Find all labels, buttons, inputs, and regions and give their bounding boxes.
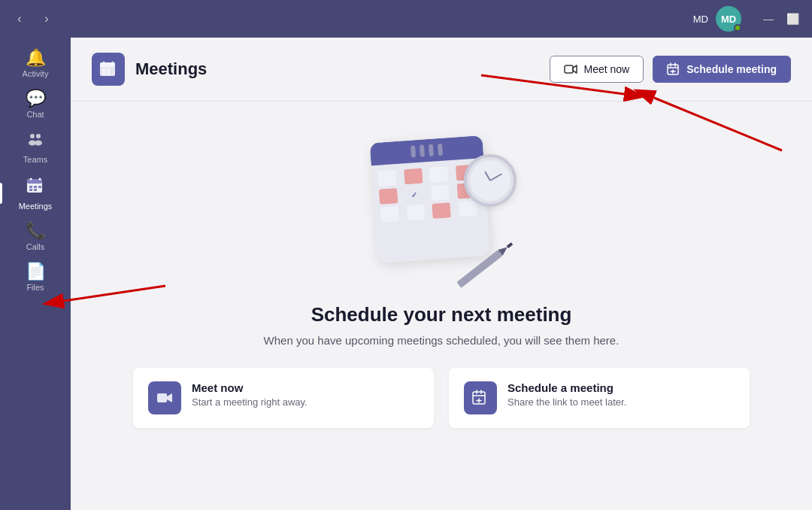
svg-point-16 (112, 62, 114, 64)
svg-rect-8 (29, 186, 32, 188)
svg-point-0 (30, 134, 35, 138)
camera-icon (564, 62, 577, 76)
sidebar-item-teams[interactable]: Teams (0, 125, 71, 170)
forward-button[interactable]: › (36, 8, 57, 29)
teams-icon (26, 131, 44, 152)
svg-point-6 (30, 178, 32, 181)
content-area: Meetings Meet now (71, 38, 812, 510)
sidebar-item-activity-label: Activity (23, 69, 49, 78)
sidebar-item-meetings[interactable]: Meetings (0, 170, 71, 217)
schedule-card-icon (464, 381, 497, 414)
svg-rect-19 (102, 72, 105, 74)
meet-now-label: Meet now (583, 63, 629, 75)
calendar-illustration: ✓ (359, 132, 524, 282)
meetings-icon (26, 176, 45, 199)
calendar-add-icon (667, 62, 680, 76)
header-actions: Meet now Schedule meeting (550, 56, 791, 83)
sidebar-item-calls[interactable]: 📞 Calls (0, 217, 71, 257)
svg-rect-10 (29, 189, 32, 191)
svg-rect-18 (107, 69, 110, 71)
sidebar-item-chat-label: Chat (26, 110, 44, 119)
sidebar: 🔔 Activity 💬 Chat Teams (0, 38, 71, 510)
meet-now-card-title: Meet now (192, 381, 308, 394)
nav-buttons: ‹ › (9, 8, 57, 29)
sidebar-item-teams-label: Teams (23, 155, 47, 164)
back-button[interactable]: ‹ (9, 8, 30, 29)
svg-point-15 (103, 62, 105, 64)
clock-graphic (464, 154, 517, 207)
app-body: 🔔 Activity 💬 Chat Teams (0, 38, 812, 510)
svg-rect-20 (107, 72, 110, 74)
svg-rect-30 (507, 242, 514, 248)
user-name-label: MD (693, 14, 708, 25)
schedule-card-text: Schedule a meeting Share the link to mee… (508, 381, 626, 408)
main-content: ✓ (71, 102, 812, 510)
schedule-card-desc: Share the link to meet later. (508, 396, 626, 408)
schedule-meeting-button[interactable]: Schedule meeting (653, 56, 791, 83)
sidebar-item-files[interactable]: 📄 Files (0, 257, 71, 298)
calls-icon: 📞 (26, 223, 46, 239)
svg-rect-12 (38, 186, 41, 188)
svg-rect-9 (34, 186, 37, 188)
avatar-initials: MD (721, 14, 736, 25)
titlebar: ‹ › MD MD — ⬜ (0, 0, 812, 38)
avatar[interactable]: MD (716, 6, 741, 32)
sidebar-item-calls-label: Calls (26, 242, 44, 251)
svg-rect-31 (157, 393, 167, 402)
meet-now-button[interactable]: Meet now (550, 56, 644, 83)
page-title: Meetings (135, 59, 550, 79)
svg-rect-21 (565, 65, 573, 73)
page-icon (92, 53, 125, 86)
meet-now-card-text: Meet now Start a meeting right away. (192, 381, 308, 408)
files-icon: 📄 (26, 263, 46, 280)
sidebar-item-meetings-label: Meetings (19, 202, 53, 211)
main-heading: Schedule your next meeting (311, 303, 572, 326)
schedule-meeting-label: Schedule meeting (686, 63, 777, 75)
svg-point-7 (39, 178, 41, 181)
svg-point-1 (36, 134, 41, 138)
minimize-button[interactable]: — (758, 8, 779, 29)
svg-rect-11 (34, 189, 37, 191)
titlebar-right: MD MD — ⬜ (693, 6, 803, 32)
main-subtext: When you have upcoming meetings schedule… (264, 334, 620, 347)
bell-icon: 🔔 (26, 50, 46, 66)
svg-point-3 (35, 141, 42, 146)
meet-now-card-desc: Start a meeting right away. (192, 396, 308, 408)
content-header: Meetings Meet now (71, 38, 812, 102)
chat-icon: 💬 (26, 90, 46, 107)
meet-now-card-icon (148, 381, 181, 414)
schedule-card[interactable]: Schedule a meeting Share the link to mee… (449, 368, 750, 428)
sidebar-item-chat[interactable]: 💬 Chat (0, 84, 71, 125)
svg-marker-29 (498, 244, 510, 256)
sidebar-item-activity[interactable]: 🔔 Activity (0, 44, 71, 84)
presence-badge (734, 24, 741, 32)
schedule-card-title: Schedule a meeting (508, 381, 626, 394)
sidebar-item-files-label: Files (26, 283, 44, 292)
meet-now-card[interactable]: Meet now Start a meeting right away. (133, 368, 434, 428)
restore-button[interactable]: ⬜ (782, 8, 803, 29)
action-cards: Meet now Start a meeting right away. (133, 368, 750, 428)
window-controls: — ⬜ (758, 8, 803, 29)
svg-rect-17 (102, 69, 105, 71)
